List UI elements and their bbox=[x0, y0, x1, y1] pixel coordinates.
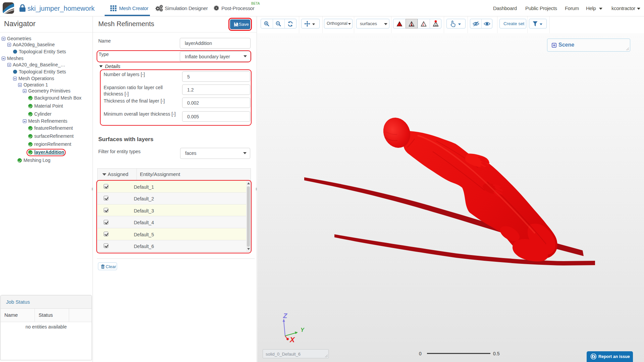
svg-text:Y: Y bbox=[301, 327, 305, 333]
svg-text:Z: Z bbox=[283, 312, 287, 319]
svg-text:X: X bbox=[289, 336, 295, 344]
